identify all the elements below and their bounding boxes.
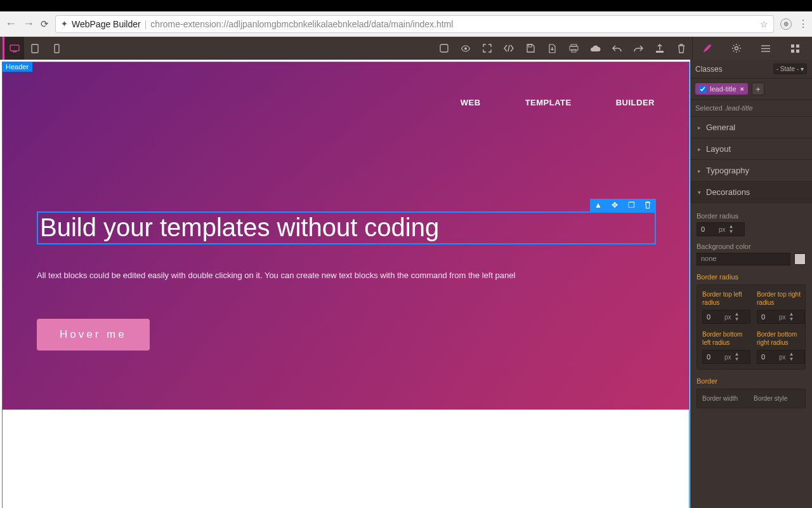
svg-rect-15 — [791, 44, 794, 48]
bg-color-value[interactable]: none — [697, 253, 790, 265]
builder-toolbar — [0, 37, 812, 60]
extension-icon: ✦ — [61, 19, 68, 29]
undo-button[interactable] — [606, 37, 627, 60]
svg-rect-3 — [55, 44, 59, 53]
svg-rect-17 — [791, 50, 794, 53]
accordion-decorations[interactable]: ▾Decorations — [690, 182, 812, 203]
sel-move-icon[interactable]: ✥ — [606, 199, 623, 211]
device-desktop-button[interactable] — [3, 37, 24, 60]
nav-item-web[interactable]: WEB — [461, 98, 481, 107]
canvas-frame: WEB TEMPLATE BUILDER ▲ ✥ ❐ Build your te… — [2, 62, 690, 508]
device-tablet-button[interactable] — [24, 37, 46, 60]
svg-rect-16 — [796, 44, 799, 48]
nav-item-builder[interactable]: BUILDER — [616, 98, 655, 107]
panel-tab-style[interactable] — [693, 43, 722, 53]
corner-tl-label: Border top left radius — [702, 290, 750, 307]
decorations-body: Border radius px ▲▼ Background color non… — [690, 203, 812, 416]
back-button[interactable]: ← — [5, 17, 16, 30]
forward-button[interactable]: → — [23, 17, 34, 30]
selected-element-badge: Header — [2, 62, 32, 72]
browser-menu-icon[interactable]: ⋮ — [798, 18, 807, 30]
svg-rect-4 — [440, 44, 448, 52]
style-panel: Classes - State - ▾ lead-title × + Selec… — [690, 60, 812, 508]
fullscreen-button[interactable] — [476, 37, 498, 60]
outline-toggle-button[interactable] — [433, 37, 455, 60]
save-button[interactable] — [520, 37, 541, 60]
view-code-button[interactable] — [498, 37, 520, 60]
import-button[interactable] — [649, 37, 671, 60]
class-tag-checkbox[interactable] — [699, 86, 706, 93]
border-radius-corners: Border top left radius px▲▼ Border top r… — [697, 284, 806, 370]
sel-delete-icon[interactable] — [639, 199, 656, 211]
border-style-label: Border style — [754, 394, 800, 403]
border-radius-input[interactable]: px ▲▼ — [697, 222, 745, 236]
sel-copy-icon[interactable]: ❐ — [623, 199, 639, 211]
print-button[interactable] — [563, 37, 584, 60]
export-button[interactable] — [541, 37, 563, 60]
macos-blackbar — [0, 0, 812, 11]
svg-rect-1 — [13, 51, 16, 53]
bg-color-label: Background color — [697, 243, 806, 250]
address-bar[interactable]: ✦ WebPage Builder | chrome-extension://a… — [55, 15, 774, 33]
corner-tl-input[interactable]: px▲▼ — [702, 310, 750, 324]
reload-button[interactable]: ⟳ — [41, 18, 49, 30]
panel-tab-layers[interactable] — [751, 44, 780, 53]
lead-title-text[interactable]: Build your templates without coding — [38, 213, 655, 241]
lead-subtitle-text[interactable]: All text blocks could be edited easily w… — [37, 267, 587, 285]
svg-rect-0 — [10, 45, 19, 51]
bookmark-star-icon[interactable]: ☆ — [760, 19, 768, 29]
svg-point-5 — [464, 47, 467, 50]
selection-outline: ▲ ✥ ❐ Build your templates without codin… — [37, 211, 656, 244]
page-url: chrome-extension://adljpanlomgbmcbnkelik… — [150, 19, 453, 29]
selected-selector-line: Selected .lead-title — [690, 100, 812, 117]
svg-point-11 — [735, 47, 738, 50]
accordion-typography[interactable]: ▸Typography — [690, 160, 812, 182]
svg-rect-2 — [32, 44, 38, 53]
redo-button[interactable] — [627, 37, 649, 60]
preview-button[interactable] — [455, 37, 476, 60]
accordion-general[interactable]: ▸General — [690, 117, 812, 138]
class-tag-remove-icon[interactable]: × — [740, 85, 744, 93]
clear-canvas-button[interactable] — [671, 37, 692, 60]
canvas-below-fold[interactable] — [3, 411, 689, 508]
extension-badge-icon[interactable]: ⊕ — [780, 18, 792, 30]
hero-section[interactable]: WEB TEMPLATE BUILDER ▲ ✥ ❐ Build your te… — [3, 62, 689, 410]
svg-rect-18 — [796, 50, 799, 53]
corner-tr-label: Border top right radius — [757, 290, 805, 307]
border-radius-label: Border radius — [697, 212, 806, 220]
class-tag-lead-title[interactable]: lead-title × — [695, 83, 748, 95]
browser-toolbar: ← → ⟳ ✦ WebPage Builder | chrome-extensi… — [0, 11, 812, 37]
device-mobile-button[interactable] — [46, 37, 67, 60]
border-radius-value[interactable] — [697, 225, 719, 233]
panel-tab-settings[interactable] — [722, 43, 751, 53]
panel-tab-blocks[interactable] — [780, 44, 809, 53]
hero-nav: WEB TEMPLATE BUILDER — [37, 98, 655, 107]
hero-cta-button[interactable]: Hover me — [37, 319, 150, 351]
bg-color-swatch[interactable] — [794, 253, 806, 265]
border-props: Border width Border style — [697, 389, 806, 408]
nav-item-template[interactable]: TEMPLATE — [525, 98, 572, 107]
corner-bl-label: Border bottom left radius — [702, 330, 750, 347]
page-title: WebPage Builder — [72, 19, 141, 29]
spinner-down-icon[interactable]: ▼ — [727, 229, 736, 234]
corner-br-input[interactable]: px▲▼ — [757, 350, 805, 364]
corner-br-label: Border bottom right radius — [757, 330, 805, 347]
cloud-button[interactable] — [584, 37, 606, 60]
border-section: Border — [697, 377, 806, 385]
corner-tr-input[interactable]: px▲▼ — [757, 310, 805, 324]
svg-rect-10 — [656, 51, 664, 53]
border-width-label: Border width — [702, 394, 749, 403]
classes-label: Classes — [695, 65, 723, 74]
add-class-button[interactable]: + — [752, 83, 764, 95]
canvas-area[interactable]: Header WEB TEMPLATE BUILDER ▲ ✥ ❐ Build … — [0, 60, 690, 508]
corner-bl-input[interactable]: px▲▼ — [702, 350, 750, 364]
state-dropdown[interactable]: - State - ▾ — [773, 64, 807, 74]
selection-toolbar: ▲ ✥ ❐ — [590, 199, 656, 211]
sel-move-up-icon[interactable]: ▲ — [590, 199, 606, 211]
border-radius-section: Border radius — [697, 273, 806, 281]
accordion-layout[interactable]: ▸Layout — [690, 138, 812, 160]
